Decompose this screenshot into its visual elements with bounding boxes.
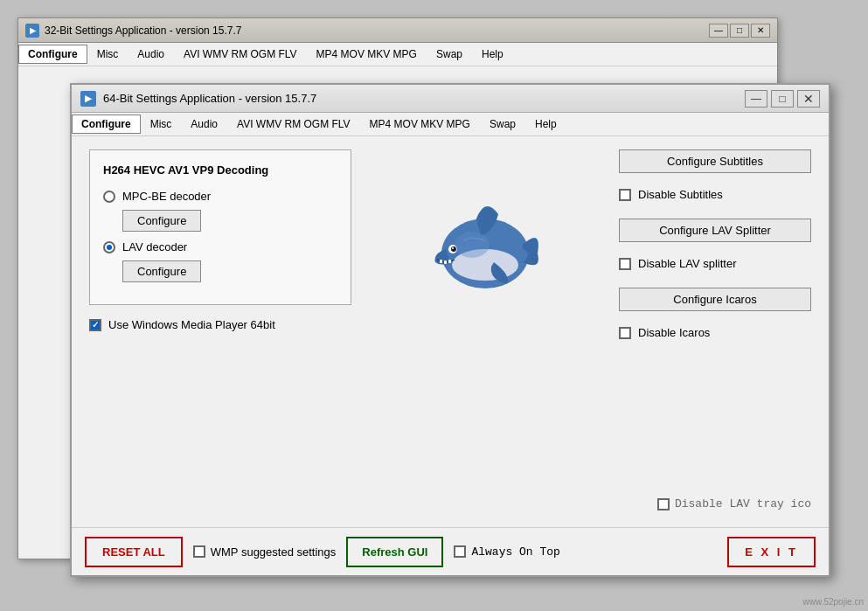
disable-subtitles-checkbox[interactable]: [619, 189, 631, 201]
bg-maximize-btn[interactable]: □: [730, 24, 749, 38]
mpc-be-radio[interactable]: [103, 191, 115, 203]
disable-lav-tray-area: Disable LAV tray ico: [657, 497, 811, 510]
shark-logo: [428, 188, 542, 302]
mpc-be-label: MPC-BE decoder: [122, 190, 211, 203]
wmp-suggested-checkbox[interactable]: [193, 545, 205, 558]
bg-menu-mp4[interactable]: MP4 MOV MKV MPG: [307, 45, 427, 64]
refresh-gui-btn[interactable]: Refresh GUI: [346, 537, 443, 567]
lav-configure-btn[interactable]: Configure: [122, 260, 201, 282]
mpc-be-configure-btn[interactable]: Configure: [122, 210, 201, 232]
center-panel: [369, 149, 601, 339]
disable-subtitles-row: Disable Subtitles: [619, 188, 811, 201]
fg-menu-avi[interactable]: AVI WMV RM OGM FLV: [227, 115, 360, 134]
disable-icaros-label: Disable Icaros: [638, 326, 710, 339]
fg-content: H264 HEVC AV1 VP9 Decoding MPC-BE decode…: [72, 136, 829, 567]
watermark: www.52pojie.cn: [803, 597, 864, 607]
bg-menu-audio[interactable]: Audio: [128, 45, 174, 64]
svg-rect-7: [448, 260, 451, 263]
section-title: H264 HEVC AV1 VP9 Decoding: [103, 163, 337, 177]
fg-menu-misc[interactable]: Misc: [141, 115, 182, 134]
use-windows-checkbox[interactable]: [89, 319, 101, 331]
left-panel: H264 HEVC AV1 VP9 Decoding MPC-BE decode…: [89, 149, 351, 339]
always-on-top-label: Always On Top: [471, 545, 559, 559]
fg-menu-configure[interactable]: Configure: [72, 115, 141, 134]
configure-lav-row: Configure LAV Splitter: [619, 219, 811, 242]
bottom-bar: RESET ALL WMP suggested settings Refresh…: [72, 527, 829, 575]
use-windows-label: Use Windows Media Player 64bit: [108, 318, 275, 331]
always-on-top-item: Always On Top: [454, 545, 559, 559]
bg-minimize-btn[interactable]: —: [709, 24, 728, 38]
disable-lav-label: Disable LAV splitter: [638, 257, 736, 270]
wmp-suggested-item: WMP suggested settings: [193, 545, 337, 559]
wmp-suggested-label: WMP suggested settings: [211, 545, 337, 559]
bg-menu-avi[interactable]: AVI WMV RM OGM FLV: [174, 45, 307, 64]
bg-menu-misc[interactable]: Misc: [87, 45, 128, 64]
fg-menubar: Configure Misc Audio AVI WMV RM OGM FLV …: [72, 113, 829, 136]
fg-window-title: 64-Bit Settings Application - version 15…: [103, 92, 745, 105]
reset-all-btn[interactable]: RESET ALL: [85, 537, 183, 567]
fg-menu-mp4[interactable]: MP4 MOV MKV MPG: [360, 115, 480, 134]
configure-lav-btn[interactable]: Configure LAV Splitter: [619, 219, 811, 242]
disable-lav-tray-checkbox[interactable]: [657, 498, 670, 510]
fg-close-btn[interactable]: ✕: [797, 90, 820, 108]
main-layout: H264 HEVC AV1 VP9 Decoding MPC-BE decode…: [89, 149, 811, 339]
lav-radio-item[interactable]: LAV decoder: [103, 240, 337, 253]
lav-label: LAV decoder: [122, 240, 187, 253]
use-windows-area: Use Windows Media Player 64bit: [89, 318, 351, 331]
bg-window-buttons: — □ ✕: [709, 24, 770, 38]
bg-menu-help[interactable]: Help: [472, 45, 513, 64]
always-on-top-checkbox[interactable]: [454, 545, 466, 558]
bg-window-title: 32-Bit Settings Application - version 15…: [45, 24, 709, 37]
bg-window-icon: ▶: [25, 24, 39, 38]
fg-menu-help[interactable]: Help: [525, 115, 566, 134]
fg-window-icon: ▶: [80, 91, 96, 107]
bg-titlebar: ▶ 32-Bit Settings Application - version …: [18, 18, 777, 43]
fg-window-buttons: — □ ✕: [745, 90, 820, 108]
svg-point-4: [452, 247, 454, 249]
svg-point-8: [455, 232, 490, 258]
configure-icaros-row: Configure Icaros: [619, 288, 811, 311]
configure-subtitles-row: Configure Subtitles: [619, 149, 811, 173]
disable-icaros-row: Disable Icaros: [619, 326, 811, 339]
configure-subtitles-btn[interactable]: Configure Subtitles: [619, 149, 811, 173]
bg-close-btn[interactable]: ✕: [751, 24, 770, 38]
disable-lav-checkbox[interactable]: [619, 258, 631, 270]
exit-btn[interactable]: E X I T: [727, 537, 816, 567]
disable-lav-row: Disable LAV splitter: [619, 257, 811, 270]
fg-maximize-btn[interactable]: □: [771, 90, 794, 108]
configure-icaros-btn[interactable]: Configure Icaros: [619, 288, 811, 311]
disable-lav-tray-label: Disable LAV tray ico: [675, 497, 811, 510]
lav-radio[interactable]: [103, 241, 115, 253]
fg-menu-audio[interactable]: Audio: [181, 115, 227, 134]
disable-icaros-checkbox[interactable]: [619, 327, 631, 339]
bg-menu-swap[interactable]: Swap: [427, 45, 472, 64]
svg-rect-5: [440, 260, 442, 263]
mpc-be-radio-item[interactable]: MPC-BE decoder: [103, 190, 337, 203]
fg-window: ▶ 64-Bit Settings Application - version …: [70, 83, 830, 577]
bg-menu-configure[interactable]: Configure: [18, 45, 87, 64]
fg-menu-swap[interactable]: Swap: [480, 115, 525, 134]
fg-titlebar: ▶ 64-Bit Settings Application - version …: [72, 85, 829, 113]
fg-minimize-btn[interactable]: —: [745, 90, 767, 108]
disable-subtitles-label: Disable Subtitles: [638, 188, 723, 201]
bg-menubar: Configure Misc Audio AVI WMV RM OGM FLV …: [18, 43, 777, 66]
svg-rect-6: [444, 260, 447, 264]
right-panel: Configure Subtitles Disable Subtitles Co…: [619, 149, 811, 339]
decoder-section: H264 HEVC AV1 VP9 Decoding MPC-BE decode…: [89, 149, 351, 305]
